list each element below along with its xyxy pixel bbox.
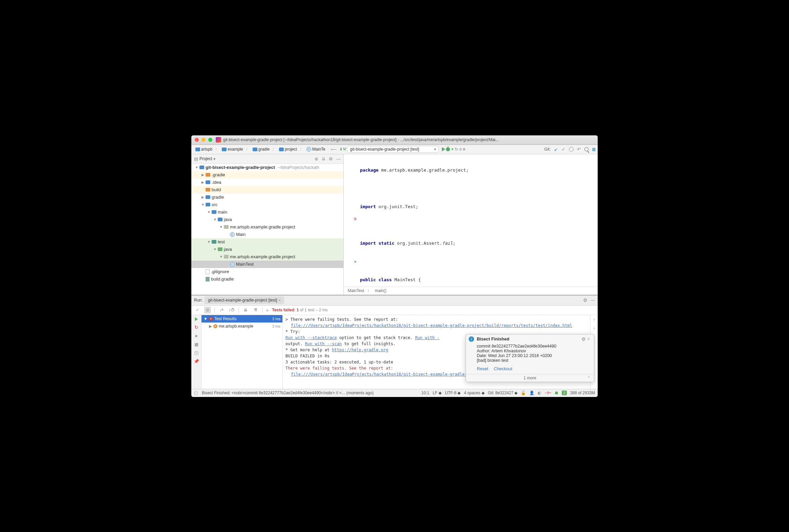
gutter[interactable]: ⊖ ▶: [344, 155, 359, 287]
debug-icon[interactable]: [446, 147, 450, 151]
inspection-icon[interactable]: 👤: [529, 391, 534, 395]
memory-indicator[interactable]: 388 of 2933M: [570, 391, 595, 395]
runwith-link[interactable]: Run with -: [415, 335, 440, 340]
quirk-icon[interactable]: ☗: [555, 391, 558, 395]
code-editor[interactable]: ⊖ ▶ package me.artspb.example.gradle.pro…: [344, 154, 598, 287]
down-arrow-icon[interactable]: ↓: [593, 325, 595, 330]
gear-icon[interactable]: ⚙: [582, 336, 586, 342]
breadcrumb-class[interactable]: MainTest: [348, 288, 364, 293]
locate-icon[interactable]: ⊕: [315, 156, 318, 162]
project-tree[interactable]: ▼git-bisect-example-gradle-project~/Idea…: [191, 164, 343, 295]
breadcrumb-item[interactable]: example: [220, 146, 245, 152]
run-config-select[interactable]: git-bisect-example-gradle-project [test]: [347, 146, 439, 153]
git-branch[interactable]: Git: 8e322427 ◆: [488, 391, 518, 395]
stop-icon[interactable]: ■: [463, 147, 465, 152]
tree-item[interactable]: ▼java: [191, 216, 343, 223]
encoding[interactable]: UTF-8 ◆: [445, 391, 460, 395]
gauge-icon[interactable]: ◐: [538, 391, 541, 395]
breadcrumb-item[interactable]: CMainTe: [305, 146, 328, 152]
collapse-icon[interactable]: ⇈: [252, 307, 259, 314]
layout-icon[interactable]: ▦: [195, 342, 198, 347]
rerun-icon[interactable]: [195, 317, 198, 321]
test-result-item[interactable]: ▶✕ me.artspb.example2 ms: [201, 323, 282, 330]
checkout-link[interactable]: Checkout: [494, 366, 512, 371]
rerun-failed-icon[interactable]: ↻: [195, 325, 198, 330]
run-header: Run: git-bisect-example-gradle-project […: [191, 296, 598, 306]
stacktrace-link[interactable]: Run with --stacktrace: [286, 335, 337, 340]
tree-item[interactable]: CMain: [191, 231, 343, 238]
maximize-icon[interactable]: [208, 138, 212, 142]
collapse-icon[interactable]: ⇊: [322, 156, 326, 162]
close-icon[interactable]: [195, 138, 199, 142]
history-icon[interactable]: [569, 147, 574, 152]
tree-item[interactable]: ▼src: [191, 201, 343, 208]
dock-icon[interactable]: ◫: [195, 350, 198, 355]
sort-alpha-icon[interactable]: ↓ª: [218, 307, 225, 314]
power-icon[interactable]: ⊣⊢: [545, 391, 551, 395]
expand-icon[interactable]: ⇊: [242, 307, 249, 314]
panel-title[interactable]: Project: [199, 156, 212, 161]
report-link[interactable]: file:///Users/artspb/IdeaProjects/hackat…: [291, 323, 572, 328]
run-gutter-icon[interactable]: ▶: [344, 259, 356, 265]
minimize-icon[interactable]: [201, 138, 205, 142]
gradle-file-icon: [205, 277, 209, 282]
tree-item[interactable]: ▼java: [191, 246, 343, 253]
project-view-icon: ▤: [194, 156, 198, 162]
breadcrumb-item[interactable]: gradle: [251, 146, 272, 152]
breadcrumb-item[interactable]: artspb: [194, 146, 214, 152]
attach-icon[interactable]: ⊕: [459, 147, 462, 152]
pin-icon[interactable]: 📌: [194, 359, 199, 364]
popup-footer[interactable]: 1 more ⌃: [466, 374, 594, 382]
test-tree[interactable]: ▼✕ Test Results2 ms ▶✕ me.artspb.example…: [201, 315, 283, 389]
profile-icon[interactable]: ↻: [455, 147, 458, 152]
close-icon[interactable]: ×: [586, 336, 591, 341]
tree-item[interactable]: ▶.gradle: [191, 171, 343, 179]
commit-icon[interactable]: ✓: [562, 147, 566, 152]
tree-item[interactable]: build.gradle: [191, 276, 343, 283]
package-icon: [224, 225, 228, 229]
hide-icon[interactable]: —: [336, 156, 341, 162]
run-tab[interactable]: git-bisect-example-gradle-project [test]…: [204, 297, 284, 304]
status-icon[interactable]: ▢: [194, 391, 198, 395]
tree-item[interactable]: ▼test: [191, 238, 343, 246]
indent[interactable]: 4 spaces ◆: [464, 391, 484, 395]
tree-item[interactable]: ▶gradle: [191, 194, 343, 201]
tree-item[interactable]: build: [191, 186, 343, 194]
gear-icon[interactable]: ⚙: [583, 298, 588, 303]
ignore-filter-icon[interactable]: ⊘: [204, 307, 211, 314]
tree-root[interactable]: ▼git-bisect-example-gradle-project~/Idea…: [191, 164, 343, 171]
tree-item-selected[interactable]: CMainTest: [191, 261, 343, 268]
line-sep[interactable]: LF ◆: [433, 391, 442, 395]
reset-link[interactable]: Reset: [477, 366, 488, 371]
popup-title: Bisect Finished: [477, 336, 582, 341]
tree-item[interactable]: ▼me.artspb.example.gradle.project: [191, 253, 343, 261]
tree-item[interactable]: ▼me.artspb.example.gradle.project: [191, 223, 343, 231]
tree-item[interactable]: .gitignore: [191, 268, 343, 276]
caret-pos[interactable]: 10:1: [421, 391, 429, 395]
breadcrumb-method[interactable]: main(): [375, 288, 386, 293]
coverage-icon[interactable]: ✦: [451, 147, 454, 152]
ide-settings-icon[interactable]: ▦: [592, 147, 595, 152]
test-results-root[interactable]: ▼✕ Test Results2 ms: [201, 315, 282, 323]
chevron-up-icon[interactable]: ⌃: [587, 376, 591, 380]
scan-link[interactable]: Run with --scan: [305, 341, 342, 346]
tree-item[interactable]: ▼main: [191, 208, 343, 216]
breadcrumb-item[interactable]: project: [277, 146, 299, 152]
help-link[interactable]: https://help.gradle.org: [332, 347, 388, 352]
search-icon[interactable]: [585, 147, 589, 151]
tree-item[interactable]: ▶.idea: [191, 179, 343, 186]
lock-icon[interactable]: 🔓: [521, 391, 526, 395]
hide-icon[interactable]: —: [591, 298, 595, 303]
pass-filter-icon[interactable]: ✓: [194, 307, 201, 314]
error-gutter-icon[interactable]: ⊖: [344, 216, 356, 222]
close-icon[interactable]: ×: [278, 298, 280, 302]
update-icon[interactable]: ↙: [554, 147, 558, 152]
stop-icon[interactable]: ■: [195, 333, 198, 338]
sort-time-icon[interactable]: ↓⏱: [228, 307, 235, 314]
revert-icon[interactable]: ↶: [577, 147, 581, 152]
build-button[interactable]: ⬇⚒: [339, 147, 346, 152]
run-icon[interactable]: [442, 147, 445, 151]
up-arrow-icon[interactable]: ↑: [593, 317, 595, 322]
gear-icon[interactable]: ⚙: [329, 156, 333, 162]
back-button[interactable]: ⟵: [331, 147, 336, 152]
